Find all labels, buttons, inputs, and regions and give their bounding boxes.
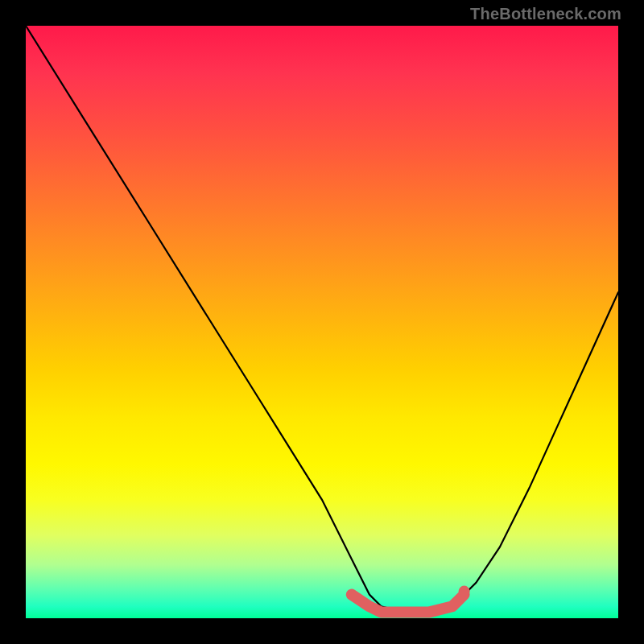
watermark-text: TheBottleneck.com: [470, 5, 621, 23]
chart-container: TheBottleneck.com: [0, 0, 644, 644]
plot-gradient-background: [26, 26, 618, 618]
